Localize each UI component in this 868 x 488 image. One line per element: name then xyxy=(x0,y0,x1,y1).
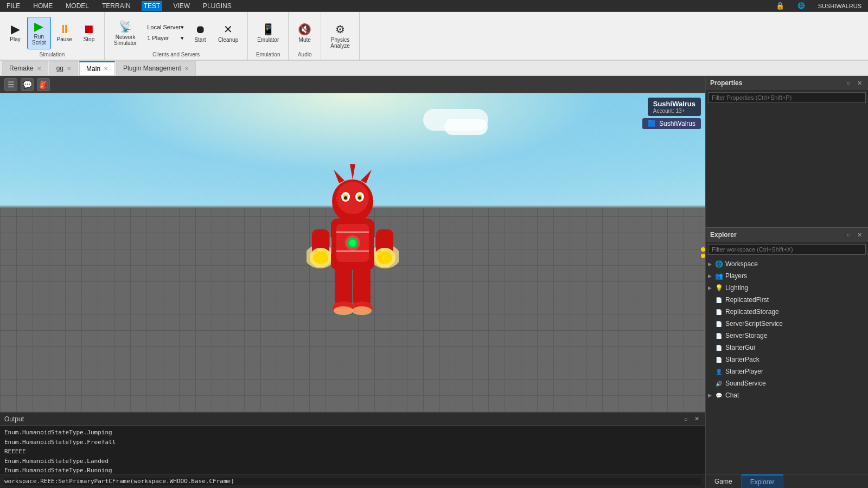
emulator-icon: 📱 xyxy=(261,23,275,36)
tree-starter-player[interactable]: ▶ 👤 StarterPlayer xyxy=(706,365,868,377)
svg-point-12 xyxy=(349,240,356,246)
explorer-minimize[interactable]: ○ xyxy=(844,230,853,239)
output-line-5: Enum.HumanoidStateType.Running xyxy=(4,466,701,474)
physics-label: PhysicsAnalyze xyxy=(330,37,350,49)
game-viewport[interactable]: SushiWalrus Account: 13+ 🟦 SushiWalrus xyxy=(0,93,705,412)
menu-plugins[interactable]: PLUGINS xyxy=(201,1,234,11)
output-close[interactable]: ✕ xyxy=(692,415,701,423)
replicated-storage-icon: 📄 xyxy=(714,307,723,316)
viewport-menu-button[interactable]: ☰ xyxy=(4,78,17,91)
tree-players[interactable]: ▶ 👥 Players xyxy=(706,270,868,282)
toolbar-audio-group: 🔇 Mute Audio xyxy=(289,12,321,60)
tab-main-close[interactable]: ✕ xyxy=(104,66,108,72)
network-simulator-button[interactable]: 📡 NetworkSimulator xyxy=(109,17,142,49)
game-scene: SushiWalrus Account: 13+ 🟦 SushiWalrus xyxy=(0,93,705,412)
tab-main[interactable]: Main ✕ xyxy=(79,61,115,75)
lighting-icon: 💡 xyxy=(714,284,723,292)
workspace-icon: 🌐 xyxy=(714,260,723,268)
tree-starter-pack[interactable]: ▶ 📄 StarterPack xyxy=(706,354,868,365)
viewport-backpack-button[interactable]: 🎒 xyxy=(37,78,50,91)
output-controls: ○ ✕ xyxy=(681,415,701,423)
physics-icon: ⚙ xyxy=(335,23,345,36)
menu-view[interactable]: VIEW xyxy=(171,1,192,11)
start-button[interactable]: ⏺ Start xyxy=(189,17,211,49)
output-line-3: REEEEE xyxy=(4,447,701,457)
tab-remake[interactable]: Remake ✕ xyxy=(2,61,48,75)
tree-replicated-first[interactable]: ▶ 📄 ReplicatedFirst xyxy=(706,294,868,306)
explorer-header: Explorer ○ ✕ xyxy=(706,228,868,242)
play-button[interactable]: ▶ Play xyxy=(4,17,26,49)
sound-service-icon: 🔊 xyxy=(714,379,723,388)
pause-label: Pause xyxy=(57,36,72,42)
menu-model[interactable]: MODEL xyxy=(63,1,91,11)
explorer-search-input[interactable] xyxy=(708,244,866,255)
explorer-close[interactable]: ✕ xyxy=(855,230,864,239)
tab-remake-close[interactable]: ✕ xyxy=(37,66,41,72)
tab-explorer[interactable]: Explorer xyxy=(742,474,784,488)
right-panel: Properties ○ ✕ Explorer ○ ✕ xyxy=(705,76,868,488)
username-display: SushiWalrus xyxy=(653,100,695,108)
properties-controls: ○ ✕ xyxy=(844,79,864,87)
cleanup-button[interactable]: ✕ Cleanup xyxy=(213,17,243,49)
toolbar-physics-group: ⚙ PhysicsAnalyze xyxy=(321,12,360,60)
physics-analyze-button[interactable]: ⚙ PhysicsAnalyze xyxy=(326,20,355,52)
properties-close[interactable]: ✕ xyxy=(855,79,864,87)
tree-server-script-service[interactable]: ▶ 📄 ServerScriptService xyxy=(706,318,868,330)
output-minimize[interactable]: ○ xyxy=(681,415,690,423)
local-server-dropdown[interactable]: Local Server ▾ xyxy=(144,23,187,33)
properties-search-input[interactable] xyxy=(708,92,866,103)
tab-plugin-management-close[interactable]: ✕ xyxy=(184,66,189,72)
emulation-label: Emulation xyxy=(252,52,284,57)
tree-sound-service[interactable]: ▶ 🔊 SoundService xyxy=(706,377,868,389)
viewport-container: ☰ 💬 🎒 xyxy=(0,76,705,488)
emulator-button[interactable]: 📱 Emulator xyxy=(252,17,284,49)
tree-workspace[interactable]: ▶ 🌐 Workspace xyxy=(706,258,868,270)
properties-minimize[interactable]: ○ xyxy=(844,79,853,87)
player-count-dropdown[interactable]: 1 Player ▾ xyxy=(144,34,187,43)
start-icon: ⏺ xyxy=(195,23,206,36)
server-script-label: ServerScriptService xyxy=(725,320,783,328)
output-line-2: Enum.HumanoidStateType.Freefall xyxy=(4,438,701,447)
output-panel: Output ○ ✕ Enum.HumanoidStateType.Jumpin… xyxy=(0,412,705,488)
user-info-overlay: SushiWalrus Account: 13+ 🟦 SushiWalrus xyxy=(642,98,701,129)
tab-gg-close[interactable]: ✕ xyxy=(67,66,71,72)
network-simulator-label: NetworkSimulator xyxy=(114,34,137,46)
tree-replicated-storage[interactable]: ▶ 📄 ReplicatedStorage xyxy=(706,306,868,318)
tabs-row: Remake ✕ gg ✕ Main ✕ Plugin Management ✕ xyxy=(0,61,868,76)
pause-button[interactable]: ⏸ Pause xyxy=(52,17,77,49)
tree-server-storage[interactable]: ▶ 📄 ServerStorage xyxy=(706,330,868,342)
tab-gg[interactable]: gg ✕ xyxy=(49,61,78,75)
tree-starter-gui[interactable]: ▶ 📄 StarterGui xyxy=(706,342,868,354)
properties-header: Properties ○ ✕ xyxy=(706,76,868,90)
toolbar-emulation-group: 📱 Emulator Emulation xyxy=(248,12,289,60)
starter-pack-label: StarterPack xyxy=(725,356,760,363)
menu-terrain[interactable]: TERRAIN xyxy=(100,1,133,11)
explorer-panel: Explorer ○ ✕ ▶ 🌐 Workspace ▶ xyxy=(706,228,868,488)
tree-lighting[interactable]: ▶ 💡 Lighting xyxy=(706,282,868,294)
starter-pack-icon: 📄 xyxy=(714,355,723,364)
svg-point-7 xyxy=(377,251,392,264)
explorer-search-bar xyxy=(706,242,868,257)
play-label: Play xyxy=(10,36,20,42)
tree-chat[interactable]: ▶ 💬 Chat xyxy=(706,389,868,401)
run-script-button[interactable]: ▶ RunScript xyxy=(27,17,51,49)
menu-test[interactable]: TEST xyxy=(142,1,163,11)
menu-home[interactable]: HOME xyxy=(31,1,55,11)
viewport-chat-button[interactable]: 💬 xyxy=(21,78,34,91)
tab-game[interactable]: Game xyxy=(706,474,742,488)
network-simulator-icon: 📡 xyxy=(119,20,132,33)
svg-point-22 xyxy=(344,196,347,200)
output-line-4: Enum.HumanoidStateType.Landed xyxy=(4,457,701,466)
start-label: Start xyxy=(194,37,206,43)
tab-plugin-management[interactable]: Plugin Management ✕ xyxy=(116,61,196,75)
player-badge-name: SushiWalrus xyxy=(659,120,695,127)
svg-marker-24 xyxy=(334,170,344,183)
menu-file[interactable]: FILE xyxy=(4,1,22,11)
chat-icon: 💬 xyxy=(714,391,723,400)
svg-point-31 xyxy=(334,306,353,315)
command-input[interactable] xyxy=(4,478,701,485)
mute-button[interactable]: 🔇 Mute xyxy=(293,17,316,49)
stop-button[interactable]: ⏹ Stop xyxy=(78,17,100,49)
username-menu[interactable]: SUSHIWALRUS xyxy=(816,2,864,10)
properties-panel: Properties ○ ✕ xyxy=(706,76,868,228)
